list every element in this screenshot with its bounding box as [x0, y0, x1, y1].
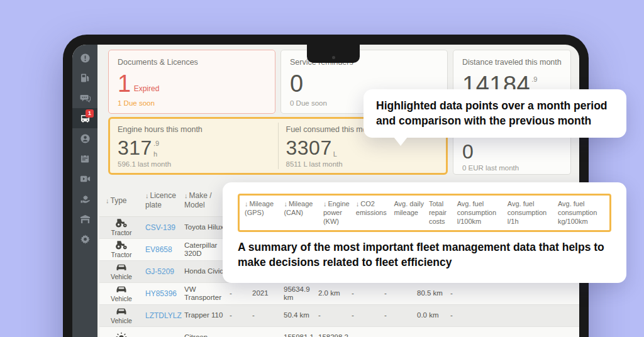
sidebar-item-vehicles[interactable]: 1 [72, 108, 97, 128]
siren-icon [115, 332, 128, 337]
garage-icon [80, 214, 91, 224]
data-cell: 80.5 km [415, 289, 448, 297]
fuel-consumed-value: 3307 [286, 138, 332, 158]
user-icon [80, 133, 91, 144]
sort-arrow-icon: ↓ [323, 200, 327, 207]
data-cell: - [448, 311, 477, 319]
data-cell: - [228, 311, 250, 319]
engine-hours-decimal: .9 [153, 140, 159, 147]
vehicle-type-cell: Vehicle [99, 263, 143, 280]
sidebar-item-calendar[interactable] [72, 148, 97, 168]
alert-icon [80, 53, 91, 64]
make-model-cell: VW Transporter [182, 285, 228, 302]
vehicles-badge: 1 [86, 109, 94, 118]
data-cell: - [448, 289, 477, 297]
make-model-cell: Toyota Hilux [182, 223, 228, 231]
sort-arrow-icon: ↓ [145, 192, 149, 199]
data-cell: - [250, 311, 282, 319]
highlight-column-label: ↓CO2 emissions [356, 200, 391, 226]
card-engine-hours: Engine hours this month 317 .9 h 596.1 l… [110, 119, 278, 173]
vehicle-type-label: Tractor [111, 251, 132, 259]
data-cell: - [350, 311, 382, 319]
licence-plate-link[interactable]: HY85396 [145, 289, 177, 298]
engine-hours-last-month: 596.1 last month [118, 160, 270, 168]
service-reminders-count: 0 [290, 72, 304, 96]
vehicle-type-cell: Tractor [99, 240, 143, 258]
column-header-make-model[interactable]: ↓Make / Model [182, 191, 228, 209]
column-header-licence-plate[interactable]: ↓Licence plate [143, 191, 182, 209]
make-model-cell: Honda Civic [182, 267, 228, 275]
vehicle-type-label: Vehicle [111, 318, 132, 325]
car-icon [115, 285, 128, 296]
calendar-icon [80, 154, 90, 163]
highlight-column-label: Avg. fuel consumption l/100km [457, 200, 504, 226]
sort-arrow-icon: ↓ [106, 197, 109, 204]
highlight-column-label: ↓Engine power (KW) [323, 200, 352, 226]
column-header-type[interactable]: ↓Type [99, 196, 143, 205]
card-title: Documents & Licences [118, 58, 266, 67]
licence-plate-link[interactable]: LZTDLYLZ [145, 311, 182, 320]
callout-text: A summary of the most important fleet ma… [238, 240, 611, 270]
vehicle-type-label: Vehicle [111, 296, 132, 303]
highlight-header-strip: ↓Mileage (GPS)↓Mileage (CAN)↓Engine powe… [238, 194, 611, 232]
chat-icon [80, 94, 91, 103]
licence-plate-link[interactable]: GJ-5209 [145, 267, 174, 276]
card-title: Distance traveled this month [462, 58, 562, 67]
sidebar-item-drivers[interactable] [72, 128, 97, 148]
sidebar-item-services[interactable] [72, 189, 97, 209]
licence-plate-link[interactable]: EV8658 [145, 245, 172, 254]
distance-decimal: .9 [531, 75, 541, 83]
sidebar-item-fuel[interactable] [72, 68, 97, 88]
gear-icon [80, 234, 91, 245]
table-row[interactable]: VehicleHY85396VW Transporter-202195634.9… [99, 283, 579, 305]
sort-arrow-icon: ↓ [245, 200, 248, 207]
engine-hours-unit: h [153, 150, 159, 158]
data-cell: 0.0 km [415, 311, 448, 319]
callout-fleet-summary: ↓Mileage (GPS)↓Mileage (CAN)↓Engine powe… [223, 182, 626, 283]
car-icon [115, 307, 128, 318]
data-cell: - [316, 311, 350, 319]
sidebar-item-settings[interactable] [72, 229, 97, 249]
vehicle-type-cell: Vehicle [99, 307, 143, 324]
data-cell: - [382, 311, 415, 319]
engine-hours-value: 317 [118, 138, 152, 158]
make-model-cell: Citroen [182, 333, 228, 337]
data-cell: 50.4 km [282, 311, 316, 319]
fuel-last-month: 8511 L last month [286, 160, 439, 168]
callout-monthly-highlights: Highlighted data points over a month per… [364, 89, 626, 138]
data-cell: 2.0 km [316, 289, 350, 297]
costs-value: 0 [462, 141, 474, 162]
sort-arrow-icon: ↓ [356, 200, 360, 207]
sidebar: 1 [72, 45, 97, 337]
sidebar-item-camera[interactable] [72, 168, 97, 189]
card-title: Engine hours this month [118, 125, 270, 134]
documents-expired-label: Expired [134, 84, 160, 93]
highlight-column-label: Total repair costs [429, 200, 453, 226]
hand-service-icon [80, 194, 91, 204]
page-background: 1 [0, 0, 644, 337]
sidebar-item-messages[interactable] [72, 88, 97, 108]
table-row[interactable]: VehicleLZTDLYLZTrapper 110--50.4 km---0.… [99, 305, 579, 327]
table-row[interactable]: Citroen155981.1158298.2 [99, 327, 579, 337]
data-cell: 158298.2 [316, 333, 350, 337]
fuel-unit: L [333, 150, 337, 158]
camera-dot [332, 56, 335, 59]
tractor-icon [114, 240, 128, 251]
video-camera-icon [80, 175, 91, 183]
tractor-icon [114, 218, 128, 229]
highlight-column-label: Avg. daily mileage [394, 200, 425, 226]
vehicle-type-label: Tractor [111, 229, 132, 237]
sidebar-item-garage[interactable] [72, 209, 97, 229]
documents-due-soon: 1 Due soon [118, 99, 266, 107]
data-cell: 155981.1 [282, 333, 316, 337]
data-cell: - [228, 289, 250, 297]
highlight-column-label: ↓Mileage (CAN) [284, 200, 319, 226]
sort-arrow-icon: ↓ [184, 192, 188, 199]
callout-text: Highlighted data points over a month per… [376, 99, 614, 128]
vehicle-type-cell: Vehicle [99, 285, 143, 302]
licence-plate-link[interactable]: CSV-139 [145, 223, 175, 232]
make-model-cell: Trapper 110 [182, 311, 228, 319]
sidebar-item-alerts[interactable] [72, 48, 97, 68]
data-cell: - [382, 289, 415, 297]
costs-last-month: 0 EUR last month [462, 164, 562, 172]
